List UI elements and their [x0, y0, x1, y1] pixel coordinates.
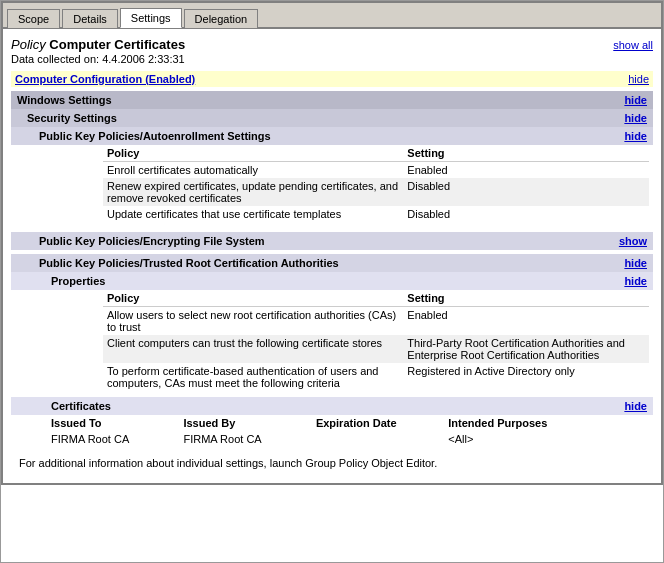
table-row: Enroll certificates automaticallyEnabled [103, 162, 649, 179]
title-main: Computer Certificates [49, 37, 185, 52]
props-col-setting-header: Setting [403, 290, 649, 307]
table-row: To perform certificate-based authenticat… [103, 363, 649, 391]
properties-header: Properties hide [11, 272, 653, 290]
table-row: Client computers can trust the following… [103, 335, 649, 363]
props-col-policy-header: Policy [103, 290, 403, 307]
tab-bar: Scope Details Settings Delegation [3, 3, 661, 29]
main-content: Policy Computer Certificates show all Da… [3, 29, 661, 483]
trusted-root-label: Public Key Policies/Trusted Root Certifi… [39, 257, 339, 269]
config-hide-link[interactable]: hide [628, 73, 649, 85]
table-row: Update certificates that use certificate… [103, 206, 649, 222]
table-row: Renew expired certificates, update pendi… [103, 178, 649, 206]
policy-cell: Update certificates that use certificate… [103, 206, 403, 222]
windows-settings-label: Windows Settings [17, 94, 112, 106]
properties-label: Properties [51, 275, 105, 287]
certificates-table: Issued To Issued By Expiration Date Inte… [47, 415, 649, 447]
table-row: Allow users to select new root certifica… [103, 307, 649, 336]
trusted-root-hide[interactable]: hide [624, 257, 647, 269]
setting-cell: Registered in Active Directory only [403, 363, 649, 391]
cert-col-purposes: Intended Purposes [444, 415, 649, 431]
encrypting-header: Public Key Policies/Encrypting File Syst… [11, 232, 653, 250]
setting-cell: Disabled [403, 206, 649, 222]
certificates-header: Certificates hide [11, 397, 653, 415]
list-item: FIRMA Root CAFIRMA Root CA<All> [47, 431, 649, 447]
autoenrollment-table: Policy Setting Enroll certificates autom… [103, 145, 649, 222]
footer-text: For additional information about individ… [11, 451, 653, 475]
cert-col-expiration: Expiration Date [312, 415, 444, 431]
setting-cell: Third-Party Root Certification Authoriti… [403, 335, 649, 363]
config-row: Computer Configuration (Enabled) hide [11, 71, 653, 87]
expiration-cell [312, 431, 444, 447]
issued_to-cell: FIRMA Root CA [47, 431, 179, 447]
windows-settings-header: Windows Settings hide [11, 91, 653, 109]
policy-cell: Client computers can trust the following… [103, 335, 403, 363]
encrypting-show[interactable]: show [619, 235, 647, 247]
tab-settings[interactable]: Settings [120, 8, 182, 28]
tab-scope[interactable]: Scope [7, 9, 60, 28]
setting-cell: Enabled [403, 307, 649, 336]
data-collected: Data collected on: 4.4.2006 2:33:31 [11, 53, 185, 65]
certificates-label: Certificates [51, 400, 111, 412]
tab-details[interactable]: Details [62, 9, 118, 28]
security-settings-header: Security Settings hide [11, 109, 653, 127]
autoenrollment-label: Public Key Policies/Autoenrollment Setti… [39, 130, 271, 142]
config-link[interactable]: Computer Configuration (Enabled) [15, 73, 195, 85]
properties-table: Policy Setting Allow users to select new… [103, 290, 649, 391]
purposes-cell: <All> [444, 431, 649, 447]
windows-settings-hide[interactable]: hide [624, 94, 647, 106]
trusted-root-header: Public Key Policies/Trusted Root Certifi… [11, 254, 653, 272]
issued_by-cell: FIRMA Root CA [179, 431, 311, 447]
security-settings-label: Security Settings [27, 112, 117, 124]
encrypting-label: Public Key Policies/Encrypting File Syst… [39, 235, 265, 247]
setting-cell: Enabled [403, 162, 649, 179]
col-setting-header: Setting [403, 145, 649, 162]
policy-cell: Allow users to select new root certifica… [103, 307, 403, 336]
autoenrollment-header: Public Key Policies/Autoenrollment Setti… [11, 127, 653, 145]
certificates-hide[interactable]: hide [624, 400, 647, 412]
policy-cell: To perform certificate-based authenticat… [103, 363, 403, 391]
properties-hide[interactable]: hide [624, 275, 647, 287]
security-settings-hide[interactable]: hide [624, 112, 647, 124]
autoenrollment-hide[interactable]: hide [624, 130, 647, 142]
setting-cell: Disabled [403, 178, 649, 206]
col-policy-header: Policy [103, 145, 403, 162]
cert-col-issued-to: Issued To [47, 415, 179, 431]
policy-cell: Renew expired certificates, update pendi… [103, 178, 403, 206]
tab-delegation[interactable]: Delegation [184, 9, 259, 28]
title-prefix: Policy [11, 37, 46, 52]
show-all-link[interactable]: show all [613, 39, 653, 51]
policy-cell: Enroll certificates automatically [103, 162, 403, 179]
cert-col-issued-by: Issued By [179, 415, 311, 431]
page-title: Policy Computer Certificates [11, 37, 185, 52]
